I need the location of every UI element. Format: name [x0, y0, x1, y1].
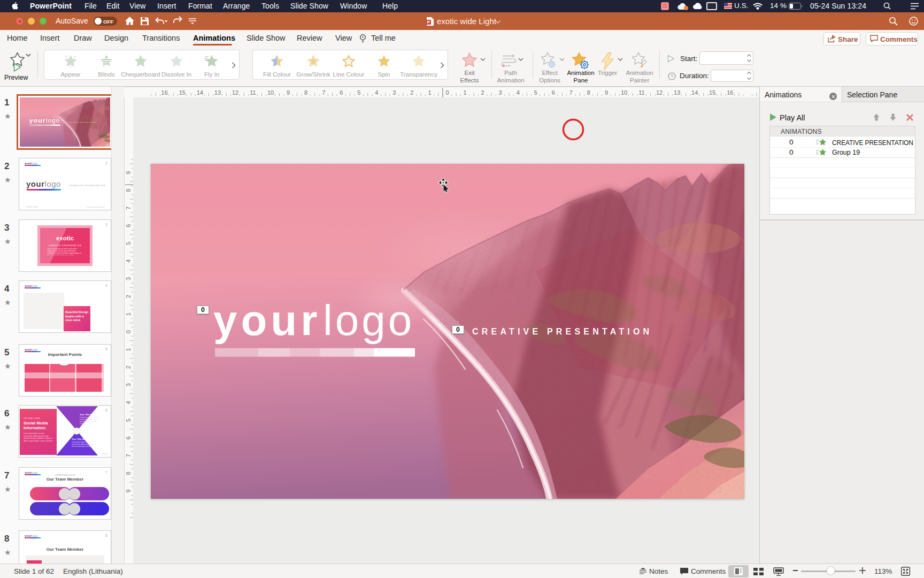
svg-text:2: 2 [481, 89, 484, 96]
svg-text:0: 0 [125, 330, 132, 333]
svg-text:9: 9 [125, 489, 132, 492]
svg-text:6: 6 [340, 89, 343, 96]
svg-text:11: 11 [250, 89, 256, 96]
svg-text:11: 11 [638, 89, 644, 96]
svg-text:13: 13 [674, 89, 680, 96]
svg-text:3: 3 [499, 89, 502, 96]
svg-text:3: 3 [125, 383, 132, 386]
svg-text:15: 15 [179, 89, 186, 96]
svg-text:14: 14 [691, 89, 698, 96]
svg-text:6: 6 [552, 89, 555, 96]
svg-text:15: 15 [709, 89, 715, 96]
svg-text:14: 14 [197, 89, 203, 96]
svg-text:1: 1 [125, 348, 132, 351]
svg-text:3: 3 [125, 277, 132, 280]
svg-text:0: 0 [445, 89, 449, 96]
svg-text:2: 2 [125, 295, 132, 298]
svg-text:6: 6 [125, 224, 132, 227]
svg-text:1: 1 [463, 89, 466, 96]
svg-text:3: 3 [392, 89, 396, 96]
svg-text:9: 9 [605, 89, 608, 96]
svg-text:9: 9 [287, 89, 290, 96]
svg-text:7: 7 [125, 207, 132, 210]
svg-text:16: 16 [727, 89, 733, 96]
svg-text:1: 1 [428, 89, 431, 96]
svg-text:2: 2 [125, 366, 132, 369]
svg-text:12: 12 [656, 89, 663, 96]
svg-text:12: 12 [232, 89, 238, 96]
svg-text:16: 16 [161, 89, 168, 96]
svg-text:4: 4 [125, 260, 132, 263]
svg-text:4: 4 [517, 89, 520, 96]
svg-text:7: 7 [569, 89, 573, 96]
svg-text:6: 6 [125, 436, 132, 439]
svg-text:10: 10 [621, 89, 627, 96]
svg-text:2: 2 [410, 89, 413, 96]
svg-text:8: 8 [304, 89, 307, 96]
svg-text:5: 5 [125, 419, 132, 422]
svg-text:P: P [427, 20, 430, 25]
svg-text:1: 1 [125, 313, 132, 316]
svg-text:8: 8 [587, 89, 590, 96]
svg-text:4: 4 [375, 89, 378, 96]
svg-text:9: 9 [125, 171, 132, 174]
svg-text:5: 5 [125, 242, 132, 245]
svg-text:7: 7 [125, 454, 132, 457]
svg-text:5: 5 [534, 89, 537, 96]
svg-text:4: 4 [125, 401, 132, 404]
svg-text:5: 5 [357, 89, 360, 96]
svg-text:8: 8 [125, 189, 132, 192]
svg-text:8: 8 [125, 471, 132, 475]
svg-text:10: 10 [267, 89, 274, 96]
svg-text:13: 13 [214, 89, 221, 96]
svg-text:7: 7 [322, 89, 325, 96]
